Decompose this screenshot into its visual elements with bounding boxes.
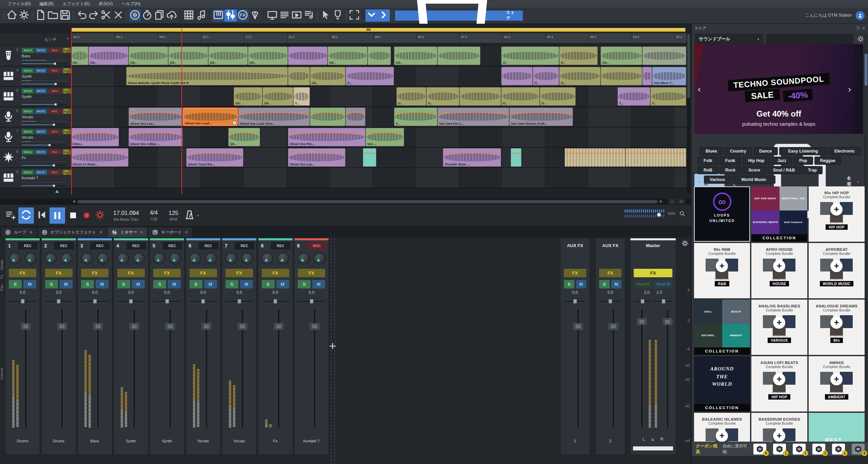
send-knob-1[interactable]	[298, 253, 310, 264]
audio-clip[interactable]	[511, 148, 521, 167]
record-arm-button[interactable]: REC	[48, 170, 62, 175]
track-volume-slider[interactable]	[22, 144, 66, 146]
solo-button[interactable]: S	[9, 280, 22, 288]
reset-mute-button[interactable]: Reset M	[654, 280, 673, 288]
audio-clip[interactable]: Vox Omt Chorus (Auft...	[509, 107, 573, 126]
undock-panel-icon[interactable]: ❐	[856, 26, 860, 31]
solo-button[interactable]: S	[117, 280, 130, 288]
video-view-button[interactable]	[291, 9, 303, 22]
solo-button[interactable]: S	[153, 280, 166, 288]
mute-button[interactable]: MUTE	[35, 48, 47, 53]
color-tool-button[interactable]	[249, 9, 261, 22]
channel-fx-button[interactable]: FX	[262, 269, 289, 277]
track-fx-button[interactable]: FX ▾	[62, 48, 72, 53]
arranger-vertical-scrollbar[interactable]	[687, 33, 690, 193]
send-knob-1[interactable]	[45, 253, 57, 264]
track-header-6[interactable]: 6SOLOMUTERECFX ▾Vocals	[0, 107, 71, 127]
audio-clip[interactable]: T...	[617, 87, 650, 106]
tab-mixer[interactable]: ミキサー✕	[107, 227, 147, 237]
audio-clip[interactable]	[346, 107, 366, 126]
audio-clip[interactable]: Y..	[650, 87, 686, 106]
scroll-left-icon[interactable]: ◀	[73, 199, 75, 203]
track-lane-3[interactable]: Gh..Gh..Gh..Gh..Gh..Gh..Gh..Gh..O..O..Gh…	[71, 46, 691, 66]
solo-button[interactable]: S	[599, 280, 610, 288]
audio-clip[interactable]: Gh..	[168, 46, 208, 65]
channel-rec-button[interactable]: REC	[199, 242, 218, 249]
audio-clip[interactable]	[363, 148, 376, 167]
master-fader-handle-r[interactable]	[663, 318, 672, 325]
collapse-panel-button[interactable]	[366, 9, 378, 22]
send-knob-2[interactable]	[97, 253, 109, 264]
tab-keyboard[interactable]: キーボード✕	[148, 227, 192, 237]
audio-clip[interactable]	[642, 46, 686, 65]
audio-clip[interactable]: Ghost Tonal Ris...	[186, 148, 243, 167]
aux-fx-button[interactable]: FX	[599, 269, 622, 277]
mute-button[interactable]: M	[611, 280, 622, 288]
audio-clip[interactable]: O..	[396, 87, 426, 106]
audio-clip[interactable]	[642, 67, 652, 85]
song-parts-button[interactable]	[195, 9, 207, 22]
solo-button[interactable]: S	[225, 280, 238, 288]
product-tile-7[interactable]: ANALOG BASSLINESComplete Bundle+SOUNDPOO…	[751, 300, 807, 355]
channel-fx-button[interactable]: FX	[9, 269, 36, 277]
banner-prev-icon[interactable]: ‹	[698, 84, 701, 95]
track-volume-slider[interactable]	[22, 185, 66, 187]
fader-handle[interactable]	[274, 323, 283, 330]
genre-button-blues[interactable]: Blues	[700, 147, 723, 155]
record-button[interactable]	[81, 208, 92, 223]
send-knob-1[interactable]	[81, 253, 93, 264]
snap-magnet-button[interactable]	[332, 9, 344, 22]
track-fx-button[interactable]: FX ▾	[62, 88, 72, 94]
track-header-4[interactable]: 4SOLOMUTERECFX ▾Synth	[0, 66, 71, 86]
audio-clip[interactable]: Gh..	[208, 46, 248, 65]
audio-clip[interactable]: V...	[394, 107, 437, 126]
pan-slider[interactable]	[190, 299, 217, 303]
expand-panel-button[interactable]	[378, 9, 390, 22]
audio-clip[interactable]: Gh..	[129, 46, 168, 65]
product-tile-3[interactable]: 90s RNBComplete Bundle+SOUNDPOOLR&B	[694, 243, 750, 298]
audio-clip[interactable]: Ghos...	[71, 128, 119, 146]
fader-handle[interactable]	[21, 323, 31, 330]
channel-fx-button[interactable]: FX	[81, 269, 108, 277]
channel-fx-button[interactable]: FX	[45, 269, 73, 277]
audio-clip[interactable]	[368, 46, 391, 65]
send-knob-2[interactable]	[314, 253, 326, 264]
tab-loops[interactable]: ループ✕	[1, 227, 37, 237]
product-tile-8[interactable]: ANALOGUE DREAMSComplete Bundle+SOUNDPOOL…	[809, 300, 865, 355]
cloud-export-button[interactable]	[165, 9, 178, 22]
fader-handle[interactable]	[130, 323, 139, 330]
coupon-voucher-4[interactable]: 3	[812, 444, 825, 455]
bpm-display[interactable]: 125 BPM	[169, 210, 178, 221]
genre-button-trap[interactable]: Trap	[802, 166, 823, 174]
track-header-3[interactable]: 3SOLOMUTERECFX ▾Bass	[0, 46, 71, 66]
loop-range-bar[interactable]: 01	[71, 28, 686, 32]
close-panel-icon[interactable]: ✕	[862, 26, 865, 31]
tab-close-icon[interactable]: ✕	[99, 230, 102, 235]
channel-rec-button[interactable]: REC	[162, 242, 182, 249]
fader-handle[interactable]	[165, 323, 175, 330]
menu-item-4[interactable]: ヘルプ(H)	[118, 0, 145, 7]
fader-handle[interactable]	[310, 323, 319, 330]
mute-button[interactable]: M	[132, 280, 145, 288]
mute-button[interactable]: MUTE	[35, 129, 47, 134]
track-fx-button[interactable]: FX ▾	[62, 109, 72, 114]
mute-button[interactable]: MUTE	[35, 170, 47, 175]
product-tile-6[interactable]: CHILLBEACHNATURALAMBIENTCOLLECTION	[694, 300, 750, 355]
aux-fx-button[interactable]: FX	[564, 269, 586, 277]
genre-button-jazz[interactable]: Jazz	[771, 157, 792, 165]
open-project-button[interactable]	[47, 9, 59, 22]
range-start-marker[interactable]	[71, 28, 72, 195]
channel-rec-button[interactable]: REC	[235, 242, 254, 249]
fader-handle[interactable]	[93, 323, 103, 330]
product-tile-14[interactable]: BEST…	[809, 413, 865, 442]
audio-clip[interactable]: Gh..	[310, 67, 346, 85]
store-settings-button[interactable]	[856, 35, 865, 43]
monitor-volume[interactable]	[625, 209, 665, 218]
stop-button[interactable]	[67, 208, 79, 223]
audio-clip[interactable]: O...	[559, 67, 600, 85]
audio-clip[interactable]: Gh..	[328, 46, 368, 65]
screen-view-button[interactable]	[266, 9, 278, 22]
metronome-settings-button[interactable]	[94, 208, 106, 223]
pan-slider[interactable]	[564, 299, 586, 303]
media-pool-button[interactable]	[183, 9, 195, 22]
